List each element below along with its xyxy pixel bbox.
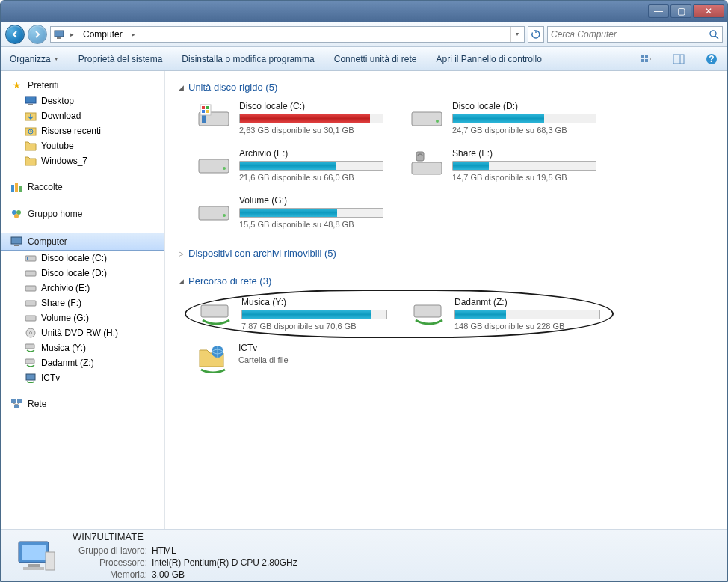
map-drive-button[interactable]: Connetti unità di rete <box>333 51 419 67</box>
folder-subtitle: Cartella di file <box>238 355 384 364</box>
sidebar: ★ Preferiti Desktop Download Risorse rec… <box>1 71 165 529</box>
svg-rect-37 <box>17 399 22 403</box>
highlighted-drives: Musica (Y:) 7,87 GB disponibile su 70,6 … <box>185 290 614 338</box>
download-icon <box>25 110 37 122</box>
computer-info: WIN7ULTIMATE Gruppo di lavoro:HTML Proce… <box>73 531 297 580</box>
sidebar-favorites-group: ★ Preferiti Desktop Download Risorse rec… <box>1 77 164 168</box>
drive-g[interactable]: Volume (G:) 15,5 GB disponibile su 48,8 … <box>191 190 389 234</box>
search-icon[interactable] <box>709 29 719 40</box>
sidebar-item-download[interactable]: Download <box>1 108 164 123</box>
drive-icon <box>25 282 37 294</box>
sidebar-item-youtube[interactable]: Youtube <box>1 138 164 153</box>
system-properties-button[interactable]: Proprietà del sistema <box>77 51 164 67</box>
breadcrumb-arrow[interactable]: ▸ <box>129 31 138 38</box>
drive-c[interactable]: Disco locale (C:) 2,63 GB disponibile su… <box>191 96 389 140</box>
svg-rect-30 <box>25 316 36 321</box>
main-panel: ◢ Unità disco rigido (5) Disco locale (C… <box>165 71 727 529</box>
sidebar-computer-group: Computer Disco locale (C:) Disco locale … <box>1 233 164 385</box>
sidebar-item-drive-e[interactable]: Archivio (E:) <box>1 281 164 295</box>
sidebar-item-desktop[interactable]: Desktop <box>1 94 164 108</box>
search-input[interactable] <box>551 29 706 40</box>
dvd-icon <box>25 327 37 339</box>
drive-usage-bar <box>454 310 600 319</box>
breadcrumb-dropdown[interactable]: ▾ <box>510 27 522 42</box>
drive-label: Musica (Y:) <box>241 297 387 307</box>
drive-usage-text: 24,7 GB disponibile su 68,3 GB <box>452 126 596 135</box>
folder-icon <box>25 140 37 152</box>
drive-usage-text: 14,7 GB disponibile su 19,5 GB <box>452 173 596 182</box>
svg-rect-18 <box>15 183 18 192</box>
netdrive-z[interactable]: Dadanmt (Z:) 148 GB disponibile su 228 G… <box>407 292 605 335</box>
content-area: ★ Preferiti Desktop Download Risorse rec… <box>1 71 727 529</box>
svg-point-2 <box>710 31 716 37</box>
netdrive-icon <box>411 297 447 327</box>
svg-rect-63 <box>46 552 55 570</box>
svg-rect-60 <box>22 545 46 560</box>
uninstall-button[interactable]: Disinstalla o modifica programma <box>180 51 315 67</box>
svg-rect-50 <box>199 159 229 173</box>
control-panel-button[interactable]: Apri il Pannello di controllo <box>435 51 543 67</box>
sidebar-item-drive-d[interactable]: Disco locale (D:) <box>1 266 164 281</box>
breadcrumb-computer[interactable]: Computer <box>78 27 127 42</box>
sidebar-network-header[interactable]: Rete <box>1 396 164 412</box>
forward-button[interactable] <box>28 25 47 44</box>
svg-rect-44 <box>202 106 205 109</box>
sidebar-favorites-header[interactable]: ★ Preferiti <box>1 77 164 94</box>
drive-label: Share (F:) <box>452 148 596 159</box>
sidebar-item-drive-f[interactable]: Share (F:) <box>1 295 164 310</box>
sidebar-item-recent[interactable]: Risorse recenti <box>1 123 164 138</box>
svg-rect-48 <box>412 112 442 126</box>
svg-point-51 <box>223 167 226 170</box>
svg-rect-27 <box>25 271 36 276</box>
breadcrumb-arrow[interactable]: ▸ <box>67 31 77 38</box>
sidebar-libraries-header[interactable]: Raccolte <box>1 179 164 195</box>
netdrive-y[interactable]: Musica (Y:) 7,87 GB disponibile su 70,6 … <box>194 292 392 335</box>
svg-rect-5 <box>645 55 648 58</box>
back-button[interactable] <box>5 25 25 44</box>
maximize-button[interactable]: ▢ <box>670 4 691 18</box>
organize-menu[interactable]: Organizza▼ <box>8 51 61 67</box>
section-hdd-header[interactable]: ◢ Unità disco rigido (5) <box>179 79 714 96</box>
drive-e[interactable]: Archivio (E:) 21,6 GB disponibile su 66,… <box>191 143 389 187</box>
drive-label: Disco locale (C:) <box>239 101 383 111</box>
svg-point-20 <box>12 210 16 215</box>
chevron-down-icon: ◢ <box>179 278 184 285</box>
sidebar-item-dvd[interactable]: Unità DVD RW (H:) <box>1 325 164 340</box>
view-options-button[interactable] <box>638 51 654 67</box>
drive-d[interactable]: Disco locale (D:) 24,7 GB disponibile su… <box>404 96 602 140</box>
drive-shared-icon <box>409 148 445 178</box>
svg-rect-56 <box>201 305 228 317</box>
drive-icon <box>25 267 37 279</box>
netdrive-icon <box>25 357 37 369</box>
drive-usage-bar <box>239 114 383 123</box>
svg-rect-54 <box>199 206 229 220</box>
help-button[interactable]: ? <box>703 51 720 67</box>
breadcrumb[interactable]: ▸ Computer ▸ ▾ <box>50 26 525 43</box>
section-removable-header[interactable]: ▷ Dispositivi con archivi rimovibili (5) <box>179 245 714 262</box>
drive-f[interactable]: Share (F:) 14,7 GB disponibile su 19,5 G… <box>404 143 602 187</box>
sidebar-item-drive-c[interactable]: Disco locale (C:) <box>1 251 164 266</box>
svg-rect-57 <box>414 305 441 317</box>
sidebar-item-netdrive-z[interactable]: Dadanmt (Z:) <box>1 355 164 370</box>
netfolder-ictv[interactable]: ICTv Cartella di file <box>191 338 389 377</box>
svg-text:?: ? <box>709 54 714 64</box>
search-box[interactable] <box>547 26 723 43</box>
close-button[interactable]: ✕ <box>693 4 724 18</box>
svg-point-21 <box>16 210 21 215</box>
chevron-down-icon: ◢ <box>179 84 184 91</box>
section-hdd: ◢ Unità disco rigido (5) Disco locale (C… <box>179 79 714 234</box>
sidebar-item-drive-g[interactable]: Volume (G:) <box>1 310 164 325</box>
refresh-button[interactable] <box>528 26 544 43</box>
sidebar-item-netdrive-y[interactable]: Musica (Y:) <box>1 340 164 355</box>
svg-rect-36 <box>11 399 16 403</box>
cpu-label: Processore: <box>73 557 147 568</box>
svg-rect-24 <box>14 245 19 246</box>
section-network-header[interactable]: ◢ Percorso di rete (3) <box>179 272 714 290</box>
minimize-button[interactable]: — <box>648 4 669 18</box>
svg-rect-12 <box>25 97 36 103</box>
sidebar-item-windows7[interactable]: Windows_7 <box>1 153 164 168</box>
sidebar-computer-header[interactable]: Computer <box>1 233 164 251</box>
preview-pane-button[interactable] <box>670 51 687 67</box>
sidebar-item-ictv[interactable]: ICTv <box>1 370 164 385</box>
sidebar-homegroup-header[interactable]: Gruppo home <box>1 206 164 222</box>
